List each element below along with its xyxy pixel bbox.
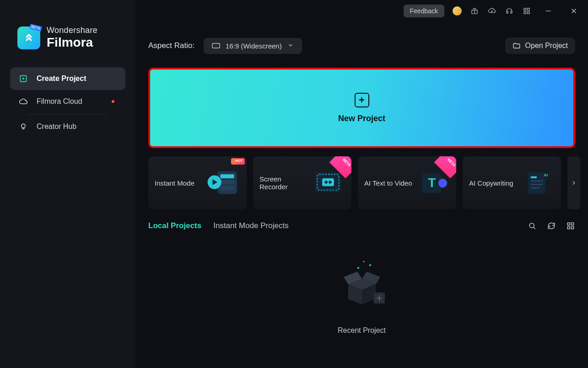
svg-point-25 [329, 181, 331, 184]
aspect-ratio-value: 16:9 (Widescreen) [226, 42, 282, 50]
svg-point-13 [22, 124, 25, 128]
cloud-icon [18, 96, 28, 107]
svg-rect-16 [221, 175, 234, 179]
feature-row: Instant Mode Screen Recorder AI Text to … [148, 156, 575, 209]
new-project-button[interactable]: + New Project [148, 68, 575, 148]
empty-box-icon [330, 249, 394, 313]
copywriting-icon: AI [518, 165, 557, 201]
sidebar-nav: Create Project Filmora Cloud Creator Hub [0, 59, 135, 138]
svg-text:T: T [428, 176, 436, 190]
svg-rect-37 [567, 223, 570, 225]
svg-rect-32 [531, 184, 543, 185]
globe-icon[interactable] [453, 6, 462, 16]
bulb-icon [18, 122, 28, 132]
ratio-rect-icon [212, 43, 220, 48]
svg-rect-3 [524, 12, 526, 14]
text-to-video-icon: T [413, 165, 453, 201]
brand-line2: Filmora [47, 35, 97, 50]
recent-project-label: Recent Project [338, 326, 386, 335]
feature-label: AI Text to Video [364, 179, 412, 187]
main-area: Aspect Ratio: 16:9 (Widescreen) Open Pro… [135, 22, 588, 368]
cloud-download-icon[interactable] [487, 6, 496, 16]
nav-divider [28, 114, 107, 114]
svg-rect-18 [221, 187, 234, 191]
screen-recorder-icon [308, 165, 348, 201]
minimize-button[interactable] [539, 6, 557, 16]
feature-label: AI Copywriting [469, 179, 513, 187]
grid-view-icon[interactable] [566, 221, 575, 230]
sidebar-item-label: Filmora Cloud [37, 97, 82, 106]
svg-point-48 [363, 261, 364, 262]
svg-rect-30 [531, 176, 537, 178]
svg-rect-2 [528, 8, 530, 11]
new-project-label: New Project [338, 114, 385, 123]
feature-label: Instant Mode [155, 179, 194, 187]
projects-tabs: Local Projects Instant Mode Projects [148, 221, 575, 230]
feature-ai-text-to-video[interactable]: AI Text to Video T [358, 156, 456, 209]
svg-rect-1 [524, 8, 526, 11]
brand-line1: Wondershare [47, 26, 97, 35]
feature-label: Screen Recorder [259, 175, 310, 191]
aspect-ratio-select[interactable]: 16:9 (Widescreen) [204, 38, 302, 54]
svg-point-24 [324, 181, 327, 184]
svg-rect-33 [531, 187, 539, 189]
svg-rect-4 [528, 12, 530, 14]
feature-next-button[interactable] [567, 156, 580, 209]
gift-icon[interactable] [470, 6, 479, 16]
tabs-actions [528, 221, 575, 230]
sidebar-item-creator-hub[interactable]: Creator Hub [10, 115, 125, 138]
svg-rect-38 [572, 223, 574, 225]
search-icon[interactable] [528, 221, 537, 230]
svg-rect-40 [572, 227, 574, 229]
chevron-down-icon [287, 42, 294, 50]
top-row: Aspect Ratio: 16:9 (Widescreen) Open Pro… [148, 36, 575, 56]
svg-rect-14 [212, 43, 220, 48]
feature-instant-mode[interactable]: Instant Mode [148, 156, 247, 209]
chevron-right-icon [571, 180, 577, 186]
svg-point-28 [438, 179, 447, 187]
notification-dot [112, 100, 114, 103]
app-logo: BETA Wondershare Filmora [0, 22, 135, 59]
svg-point-47 [369, 264, 371, 266]
open-project-label: Open Project [525, 42, 568, 50]
feature-screen-recorder[interactable]: Screen Recorder [253, 156, 351, 209]
refresh-icon[interactable] [547, 221, 556, 230]
open-project-button[interactable]: Open Project [505, 37, 575, 54]
logo-text: Wondershare Filmora [47, 26, 97, 50]
svg-point-35 [529, 223, 534, 228]
svg-text:AI: AI [544, 172, 548, 177]
apps-icon[interactable] [522, 6, 531, 16]
aspect-ratio-label: Aspect Ratio: [148, 41, 194, 50]
sidebar-item-label: Creator Hub [37, 123, 76, 131]
headset-icon[interactable] [505, 6, 514, 16]
svg-rect-29 [528, 172, 546, 194]
svg-rect-39 [567, 227, 570, 229]
svg-rect-23 [322, 178, 334, 186]
close-button[interactable] [565, 6, 583, 16]
beta-badge: BETA [29, 23, 42, 31]
plus-square-icon [18, 74, 28, 84]
sidebar: BETA Wondershare Filmora Create Project … [0, 0, 135, 368]
svg-line-36 [534, 227, 535, 229]
logo-mark-icon: BETA [17, 27, 40, 49]
recent-projects-area: Recent Project [148, 249, 575, 335]
svg-point-46 [357, 267, 359, 269]
plus-icon: + [355, 93, 369, 107]
folder-icon [512, 42, 521, 50]
sidebar-item-create-project[interactable]: Create Project [10, 67, 125, 90]
sidebar-item-filmora-cloud[interactable]: Filmora Cloud [10, 90, 125, 113]
feedback-button[interactable]: Feedback [404, 5, 444, 17]
feature-ai-copywriting[interactable]: AI Copywriting AI [463, 156, 561, 209]
tab-local-projects[interactable]: Local Projects [148, 221, 201, 230]
sidebar-item-label: Create Project [37, 75, 86, 83]
svg-rect-17 [221, 181, 234, 185]
tab-instant-mode-projects[interactable]: Instant Mode Projects [213, 221, 288, 230]
instant-mode-icon [204, 165, 243, 201]
svg-rect-31 [531, 181, 543, 182]
